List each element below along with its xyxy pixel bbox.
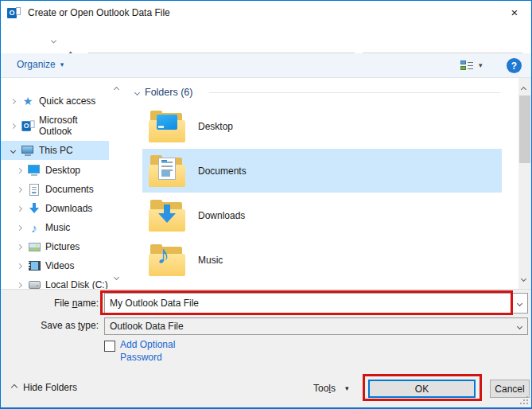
desktop-folder-icon xyxy=(149,111,185,142)
add-password-checkbox[interactable] xyxy=(104,341,115,352)
folder-item-documents[interactable]: Documents xyxy=(142,149,502,193)
resize-grip[interactable] xyxy=(518,395,528,404)
sidebar-item-label: Microsoft Outlook xyxy=(39,115,109,137)
command-toolbar: Organize ▾ ▾ ? xyxy=(1,53,531,78)
scroll-down-icon[interactable] xyxy=(115,271,118,282)
sidebar-item-quick-access[interactable]: ★ Quick access xyxy=(1,92,109,111)
chevron-right-icon[interactable] xyxy=(9,124,17,128)
folder-label: Downloads xyxy=(198,210,245,221)
group-divider xyxy=(209,92,500,93)
chevron-down-icon: ▾ xyxy=(345,384,349,392)
sidebar-item-pictures[interactable]: Pictures xyxy=(1,237,109,256)
sidebar-scrollbar[interactable] xyxy=(111,78,124,290)
computer-icon xyxy=(21,144,35,157)
chevron-right-icon[interactable] xyxy=(15,188,23,192)
sidebar-item-desktop[interactable]: Desktop xyxy=(1,161,109,180)
chevron-right-icon[interactable] xyxy=(15,283,23,287)
close-icon: × xyxy=(511,6,518,19)
hide-folders-label: Hide Folders xyxy=(23,382,77,393)
sidebar-item-downloads[interactable]: Downloads xyxy=(1,199,109,218)
help-icon: ? xyxy=(511,60,517,72)
bottom-panel: File name: Save as type: Outlook Data Fi… xyxy=(1,289,531,407)
tools-button[interactable]: Tools ▾ xyxy=(313,383,349,394)
save-as-type-label: Save as type: xyxy=(15,320,99,331)
videos-icon xyxy=(27,259,41,272)
chevron-down-icon: ▾ xyxy=(60,60,64,68)
scroll-down-icon[interactable] xyxy=(522,272,526,283)
sidebar-item-label: This PC xyxy=(39,145,73,156)
file-name-input[interactable] xyxy=(105,298,511,309)
history-dropdown-button[interactable] xyxy=(52,33,56,45)
sidebar-item-label: Desktop xyxy=(45,165,80,176)
sidebar-item-documents[interactable]: Documents xyxy=(1,180,109,199)
chevron-right-icon[interactable] xyxy=(9,99,17,103)
scroll-up-icon[interactable] xyxy=(115,83,118,94)
folder-label: Desktop xyxy=(198,121,233,132)
hide-folders-button[interactable]: Hide Folders xyxy=(12,382,77,393)
chevron-down-icon[interactable] xyxy=(9,149,17,153)
views-icon xyxy=(460,60,473,71)
file-name-combobox xyxy=(104,293,528,314)
music-note-icon: ♪ xyxy=(27,221,41,234)
sidebar-item-this-pc[interactable]: This PC xyxy=(1,141,109,160)
download-icon xyxy=(27,202,41,215)
save-as-type-value: Outlook Data File xyxy=(105,321,511,332)
folder-item-music[interactable]: ♪ Music xyxy=(142,238,502,282)
content-area: ★ Quick access O Microsoft Outlook This … xyxy=(1,78,531,290)
chevron-down-icon xyxy=(517,300,522,306)
folder-item-desktop[interactable]: Desktop xyxy=(142,104,502,148)
drive-icon xyxy=(27,279,41,290)
help-button[interactable]: ? xyxy=(507,58,522,73)
sidebar-item-label: Documents xyxy=(45,184,94,195)
views-button[interactable]: ▾ xyxy=(460,60,483,71)
window-title: Create or Open Outlook Data File xyxy=(28,7,170,18)
folder-label: Music xyxy=(198,255,223,266)
sidebar-item-videos[interactable]: Videos xyxy=(1,256,109,275)
dialog-window: O Create or Open Outlook Data File × ← →… xyxy=(0,0,532,409)
chevron-down-icon: ▾ xyxy=(479,61,483,69)
tools-label: Tools xyxy=(313,383,336,394)
close-button[interactable]: × xyxy=(498,1,531,24)
sidebar-item-label: Quick access xyxy=(39,95,95,107)
sidebar-item-music[interactable]: ♪ Music xyxy=(1,218,109,237)
chevron-down-icon xyxy=(516,323,522,329)
navigation-pane: ★ Quick access O Microsoft Outlook This … xyxy=(1,78,126,290)
chevron-up-icon xyxy=(11,384,17,391)
chevron-right-icon[interactable] xyxy=(15,245,23,249)
title-bar: O Create or Open Outlook Data File × xyxy=(1,1,531,25)
downloads-folder-icon xyxy=(149,200,185,232)
scrollbar-thumb[interactable] xyxy=(519,95,530,163)
pictures-icon xyxy=(27,240,41,253)
chevron-down-icon xyxy=(51,37,56,43)
star-icon: ★ xyxy=(21,95,35,107)
file-list-scrollbar[interactable] xyxy=(518,78,531,290)
chevron-right-icon[interactable] xyxy=(15,264,23,268)
group-header-label: Folders (6) xyxy=(145,87,192,98)
desktop-icon xyxy=(27,164,41,177)
documents-folder-icon xyxy=(149,155,185,187)
outlook-icon: O xyxy=(21,119,35,132)
ok-button[interactable]: OK xyxy=(368,380,476,398)
scroll-up-icon[interactable] xyxy=(522,83,526,94)
file-name-dropdown-button[interactable] xyxy=(511,294,527,313)
folder-label: Documents xyxy=(198,166,247,177)
sidebar-item-label: Music xyxy=(45,222,70,233)
sidebar-item-label: Pictures xyxy=(45,241,80,252)
folder-item-downloads[interactable]: Downloads xyxy=(142,193,502,237)
folders-group-header[interactable]: Folders (6) xyxy=(135,85,192,99)
outlook-icon: O xyxy=(7,7,21,19)
chevron-right-icon[interactable] xyxy=(15,207,23,211)
document-icon xyxy=(27,183,41,196)
sidebar-item-local-disk[interactable]: Local Disk (C:) xyxy=(1,275,109,290)
music-folder-icon: ♪ xyxy=(149,244,185,276)
add-password-label[interactable]: Add Optional Password xyxy=(120,338,192,364)
save-as-type-combobox[interactable]: Outlook Data File xyxy=(104,317,528,335)
chevron-right-icon[interactable] xyxy=(15,169,23,173)
sidebar-item-microsoft-outlook[interactable]: O Microsoft Outlook xyxy=(1,116,109,135)
chevron-right-icon[interactable] xyxy=(15,226,23,230)
organize-button[interactable]: Organize ▾ xyxy=(17,59,64,70)
save-as-type-dropdown-button[interactable] xyxy=(511,318,527,334)
sidebar-item-label: Downloads xyxy=(45,203,92,214)
file-name-label: File name: xyxy=(15,298,99,309)
collapse-group-icon[interactable] xyxy=(134,89,140,95)
